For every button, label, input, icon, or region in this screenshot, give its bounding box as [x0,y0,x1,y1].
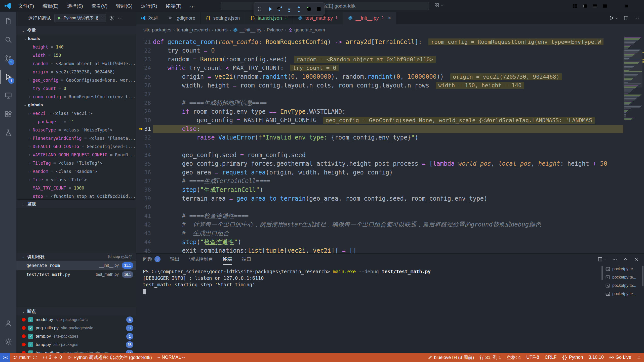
statusbar-problems[interactable]: 30 [40,353,65,362]
breakpoint-row[interactable]: ✓temp.pysite-packages58 [16,340,136,349]
line-number[interactable]: 31 [136,126,151,132]
line-number[interactable]: 38 [136,187,151,193]
variable-row[interactable]: ›geo_config = GeoConfig(seed=None, wor..… [16,76,136,84]
activity-extensions[interactable] [0,105,16,123]
line-number[interactable]: 39 [136,195,151,202]
watch-section-header[interactable]: ⌄监视 [16,200,136,208]
breadcrumb-item[interactable]: Pylance [267,27,283,33]
close-panel-icon[interactable] [634,257,639,262]
breakpoint-checkbox[interactable]: ✓ [28,334,33,339]
command-center-search[interactable]: [扩展开发宿主] godot-ldtk [221,2,429,10]
statusbar-indentation[interactable]: 空格: 4 [504,353,524,362]
variable-row[interactable]: ›room_config = RoomRequestConfig(env_t..… [16,93,136,101]
line-number[interactable]: 21 [136,39,151,45]
more-actions-icon[interactable] [634,15,639,21]
variable-row[interactable]: MAX_TRY_COUNT = 1000 [16,184,136,192]
code-line[interactable]: 43 # 生成出口组合 [136,229,644,238]
statusbar-git-branch[interactable]: main* [10,353,40,362]
step-into-button[interactable] [285,5,293,13]
activity-search[interactable] [0,30,16,49]
panel-tab-输出[interactable]: 输出 [170,254,180,265]
statusbar-eol[interactable]: CRLF [542,353,559,362]
more-actions-icon[interactable] [612,257,617,262]
menu-item-0[interactable]: 文件(F) [14,0,38,12]
step-out-button[interactable] [295,5,303,13]
breadcrumb-item[interactable]: generate_room [288,27,325,33]
nav-forward-icon[interactable]: → [187,2,195,10]
variable-row[interactable]: ›NoiseType = <class 'NoiseType'> [16,126,136,134]
variable-row[interactable]: random = <Random object at 0x1bf9d01e... [16,59,136,68]
panel-tab-问题[interactable]: 问题3 [143,254,160,265]
line-number[interactable]: 29 [136,108,151,115]
statusbar-encoding[interactable]: UTF-8 [524,353,542,362]
variable-row[interactable]: ›Tile = <class 'Tile'> [16,175,136,184]
start-debug-icon[interactable] [57,16,62,21]
line-number[interactable]: 40 [136,204,151,210]
code-line[interactable]: 41 # ====检查连通性==== [136,211,644,220]
activity-remote-explorer[interactable] [0,86,16,105]
activity-explorer[interactable] [0,12,16,30]
activity-account[interactable] [0,314,16,333]
variable-row[interactable]: stop = <function stop at 0x1bf9cd216d... [16,192,136,200]
window-close-icon[interactable] [632,0,644,12]
activity-settings[interactable] [0,333,16,351]
code-line[interactable]: 44 step("检查连通性") [136,238,644,246]
tab-close-icon[interactable]: ✕ [388,15,391,21]
split-terminal-icon[interactable] [597,257,607,262]
variable-row[interactable]: origin = vec2i(7205730, 9024468) [16,68,136,76]
menu-item-1[interactable]: 编辑(E) [38,0,63,12]
minimap-slider[interactable] [623,50,642,87]
tab--init-py[interactable]: __init__.py2✕ [343,12,396,24]
line-number[interactable]: 35 [136,161,151,167]
code-line[interactable]: 24 while try_count < MAX_TRY_COUNT:try_c… [136,64,644,72]
statusbar-vim-mode[interactable]: -- NORMAL -- [155,353,188,362]
code-line[interactable]: 40 [136,203,644,212]
code-line[interactable]: 22 try_count = 0 [136,46,644,55]
code-line[interactable]: 28 # ====生成初始地理信息==== [136,99,644,107]
line-number[interactable]: 32 [136,134,151,141]
breakpoint-row[interactable]: ✓png_utils.pysite-packages\wfc11 [16,324,136,332]
activity-source-control[interactable]: 3 [0,49,16,68]
panel-tab-端口[interactable]: 端口 [242,254,251,265]
tab--gdignore[interactable]: .gdignore [163,12,200,24]
breakpoint-row[interactable]: ✓model.pysite-packages\wfc6 [16,315,136,324]
variables-section-header[interactable]: ⌄变量 [16,26,136,34]
variable-scope[interactable]: ⌄globals [16,101,136,109]
breakpoints-section-header[interactable]: ⌄断点 [16,307,136,315]
tab--[interactable]: 欢迎 [136,12,163,24]
code-line[interactable]: 39 terrain_area = geo_area_to_terrain(ge… [136,194,644,203]
code-line[interactable]: 36 geo_area = request_area(origin, width… [136,168,644,177]
menu-item-3[interactable]: 查看(V) [87,0,112,12]
code-line[interactable]: 23 random = Random(room_config.seed)rand… [136,55,644,64]
statusbar-debug-config[interactable]: Python 调试程序: 启动文件 (godot-ldtk) [65,353,155,362]
breakpoint-checkbox[interactable]: ✓ [28,342,33,347]
variable-row[interactable]: try_count = 0 [16,84,136,93]
line-number[interactable]: 37 [136,178,151,184]
toggle-sidebar-icon[interactable] [581,2,589,10]
callstack-section-header[interactable]: ⌄调用堆栈 因 step 已暂停 [16,253,136,261]
code-line[interactable]: 26 width, height = room_config.layout.n_… [136,81,644,90]
terminal-instance-item[interactable]: pocketpy te... [604,265,644,273]
window-minimize-icon[interactable] [609,0,621,12]
terminal-list-scrollbar[interactable] [642,266,643,286]
code-line[interactable]: 32 raise ValueError(f"Invalid env type: … [136,133,644,142]
statusbar-remote[interactable]: >< [0,353,10,362]
nav-back-icon[interactable]: ← [176,2,184,10]
code-line[interactable]: 20 [136,36,644,38]
gear-icon[interactable] [109,15,114,21]
statusbar-python-version[interactable]: 3.10.10 [586,353,607,362]
line-number[interactable]: 24 [136,65,151,71]
run-python-file-icon[interactable] [609,15,618,21]
menu-item-4[interactable]: 转到(G) [112,0,137,12]
restart-button[interactable] [305,5,313,13]
minimap[interactable] [623,36,642,253]
launch-config-dropdown[interactable]: Python 调试程序: 启: [54,14,106,22]
statusbar-go-live[interactable]: Go Live [607,353,634,362]
code-editor[interactable]: 2021def generate_room(room_config: RoomR… [136,36,644,253]
activity-run-and-debug[interactable]: 1 [0,68,16,86]
code-line[interactable]: 29 if room_config.env_type == EnvType.WA… [136,107,644,116]
line-number[interactable]: 45 [136,248,151,253]
panel-tab-终端[interactable]: 终端 [223,254,232,265]
terminal-instance-item[interactable]: pocketpy te... [604,273,644,281]
variable-row[interactable]: height = 140 [16,43,136,51]
